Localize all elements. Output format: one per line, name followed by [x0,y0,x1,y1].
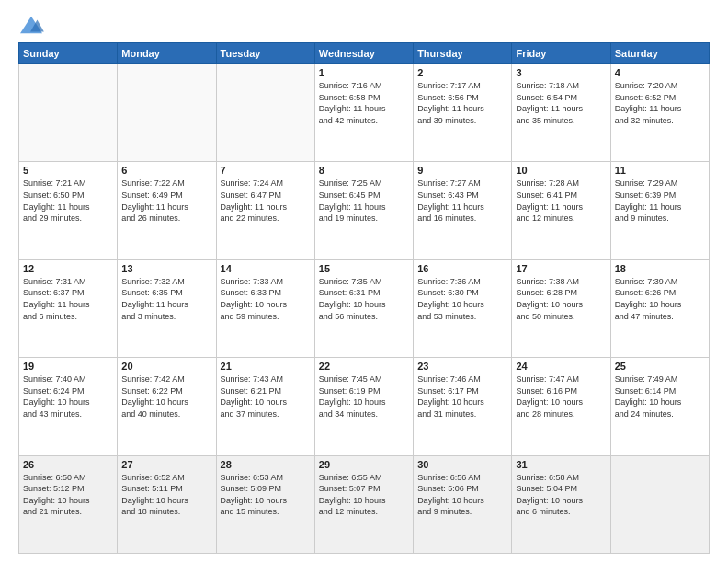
calendar-cell: 6Sunrise: 7:22 AM Sunset: 6:49 PM Daylig… [118,162,216,259]
calendar-cell: 27Sunrise: 6:52 AM Sunset: 5:11 PM Dayli… [118,455,216,553]
day-info: Sunrise: 6:50 AM Sunset: 5:12 PM Dayligh… [23,472,113,518]
day-info: Sunrise: 7:16 AM Sunset: 6:58 PM Dayligh… [319,80,409,126]
calendar-cell: 11Sunrise: 7:29 AM Sunset: 6:39 PM Dayli… [610,162,709,259]
day-number: 14 [221,263,311,274]
day-number: 20 [121,361,211,372]
calendar-cell: 1Sunrise: 7:16 AM Sunset: 6:58 PM Daylig… [314,64,413,162]
day-number: 13 [121,263,211,274]
day-number: 2 [417,67,507,78]
day-info: Sunrise: 7:36 AM Sunset: 6:30 PM Dayligh… [417,276,507,322]
day-info: Sunrise: 7:31 AM Sunset: 6:37 PM Dayligh… [23,276,113,322]
calendar-cell: 16Sunrise: 7:36 AM Sunset: 6:30 PM Dayli… [414,259,512,357]
day-info: Sunrise: 7:22 AM Sunset: 6:49 PM Dayligh… [121,178,211,224]
calendar-cell: 20Sunrise: 7:42 AM Sunset: 6:22 PM Dayli… [118,358,216,455]
day-number: 3 [516,67,606,78]
calendar-cell: 18Sunrise: 7:39 AM Sunset: 6:26 PM Dayli… [610,259,709,357]
day-info: Sunrise: 7:42 AM Sunset: 6:22 PM Dayligh… [121,373,211,419]
calendar-cell: 26Sunrise: 6:50 AM Sunset: 5:12 PM Dayli… [19,455,118,553]
day-info: Sunrise: 7:43 AM Sunset: 6:21 PM Dayligh… [221,373,311,419]
calendar-cell: 2Sunrise: 7:17 AM Sunset: 6:56 PM Daylig… [414,64,512,162]
calendar-cell [118,64,216,162]
day-info: Sunrise: 7:33 AM Sunset: 6:33 PM Dayligh… [221,276,311,322]
day-info: Sunrise: 7:46 AM Sunset: 6:17 PM Dayligh… [417,373,507,419]
day-number: 12 [23,263,113,274]
day-info: Sunrise: 7:47 AM Sunset: 6:16 PM Dayligh… [516,373,606,419]
calendar-table: SundayMondayTuesdayWednesdayThursdayFrid… [18,42,710,554]
day-number: 1 [319,67,409,78]
col-header-monday: Monday [118,43,216,64]
day-info: Sunrise: 7:21 AM Sunset: 6:50 PM Dayligh… [23,178,113,224]
day-info: Sunrise: 7:49 AM Sunset: 6:14 PM Dayligh… [615,373,705,419]
day-info: Sunrise: 6:56 AM Sunset: 5:06 PM Dayligh… [417,472,507,518]
day-number: 25 [615,361,705,372]
calendar-header-row: SundayMondayTuesdayWednesdayThursdayFrid… [19,43,710,64]
day-info: Sunrise: 6:55 AM Sunset: 5:07 PM Dayligh… [319,472,409,518]
calendar-cell: 30Sunrise: 6:56 AM Sunset: 5:06 PM Dayli… [414,455,512,553]
day-number: 26 [23,459,113,470]
day-number: 15 [319,263,409,274]
logo-icon [18,15,44,37]
day-info: Sunrise: 7:38 AM Sunset: 6:28 PM Dayligh… [516,276,606,322]
day-number: 29 [319,459,409,470]
day-info: Sunrise: 7:24 AM Sunset: 6:47 PM Dayligh… [221,178,311,224]
calendar-cell: 19Sunrise: 7:40 AM Sunset: 6:24 PM Dayli… [19,358,118,455]
calendar-cell [19,64,118,162]
calendar-cell: 24Sunrise: 7:47 AM Sunset: 6:16 PM Dayli… [512,358,610,455]
day-number: 9 [417,165,507,176]
day-number: 11 [615,165,705,176]
calendar-cell: 23Sunrise: 7:46 AM Sunset: 6:17 PM Dayli… [414,358,512,455]
day-info: Sunrise: 6:53 AM Sunset: 5:09 PM Dayligh… [221,472,311,518]
calendar-cell [610,455,709,553]
col-header-thursday: Thursday [414,43,512,64]
calendar-cell: 31Sunrise: 6:58 AM Sunset: 5:04 PM Dayli… [512,455,610,553]
calendar-cell: 21Sunrise: 7:43 AM Sunset: 6:21 PM Dayli… [216,358,314,455]
calendar-cell: 22Sunrise: 7:45 AM Sunset: 6:19 PM Dayli… [314,358,413,455]
day-number: 24 [516,361,606,372]
calendar-cell: 25Sunrise: 7:49 AM Sunset: 6:14 PM Dayli… [610,358,709,455]
col-header-tuesday: Tuesday [216,43,314,64]
day-info: Sunrise: 7:45 AM Sunset: 6:19 PM Dayligh… [319,373,409,419]
day-info: Sunrise: 6:58 AM Sunset: 5:04 PM Dayligh… [516,472,606,518]
calendar-cell: 3Sunrise: 7:18 AM Sunset: 6:54 PM Daylig… [512,64,610,162]
day-info: Sunrise: 7:28 AM Sunset: 6:41 PM Dayligh… [516,178,606,224]
day-number: 27 [121,459,211,470]
day-number: 30 [417,459,507,470]
calendar-week-row: 12Sunrise: 7:31 AM Sunset: 6:37 PM Dayli… [19,259,710,357]
calendar-cell: 5Sunrise: 7:21 AM Sunset: 6:50 PM Daylig… [19,162,118,259]
day-info: Sunrise: 7:27 AM Sunset: 6:43 PM Dayligh… [417,178,507,224]
day-number: 4 [615,67,705,78]
day-number: 5 [23,165,113,176]
day-number: 18 [615,263,705,274]
calendar-week-row: 19Sunrise: 7:40 AM Sunset: 6:24 PM Dayli… [19,358,710,455]
calendar-cell: 15Sunrise: 7:35 AM Sunset: 6:31 PM Dayli… [314,259,413,357]
calendar-cell [216,64,314,162]
day-info: Sunrise: 7:32 AM Sunset: 6:35 PM Dayligh… [121,276,211,322]
day-number: 10 [516,165,606,176]
day-number: 22 [319,361,409,372]
calendar-week-row: 26Sunrise: 6:50 AM Sunset: 5:12 PM Dayli… [19,455,710,553]
day-info: Sunrise: 7:25 AM Sunset: 6:45 PM Dayligh… [319,178,409,224]
calendar-cell: 13Sunrise: 7:32 AM Sunset: 6:35 PM Dayli… [118,259,216,357]
calendar-cell: 29Sunrise: 6:55 AM Sunset: 5:07 PM Dayli… [314,455,413,553]
day-info: Sunrise: 6:52 AM Sunset: 5:11 PM Dayligh… [121,472,211,518]
day-number: 23 [417,361,507,372]
calendar-cell: 7Sunrise: 7:24 AM Sunset: 6:47 PM Daylig… [216,162,314,259]
col-header-sunday: Sunday [19,43,118,64]
logo [18,15,48,37]
calendar-week-row: 1Sunrise: 7:16 AM Sunset: 6:58 PM Daylig… [19,64,710,162]
day-info: Sunrise: 7:17 AM Sunset: 6:56 PM Dayligh… [417,80,507,126]
calendar-cell: 14Sunrise: 7:33 AM Sunset: 6:33 PM Dayli… [216,259,314,357]
day-number: 19 [23,361,113,372]
calendar-cell: 4Sunrise: 7:20 AM Sunset: 6:52 PM Daylig… [610,64,709,162]
day-info: Sunrise: 7:35 AM Sunset: 6:31 PM Dayligh… [319,276,409,322]
day-number: 31 [516,459,606,470]
calendar-cell: 9Sunrise: 7:27 AM Sunset: 6:43 PM Daylig… [414,162,512,259]
day-info: Sunrise: 7:29 AM Sunset: 6:39 PM Dayligh… [615,178,705,224]
day-number: 6 [121,165,211,176]
day-info: Sunrise: 7:40 AM Sunset: 6:24 PM Dayligh… [23,373,113,419]
header [18,15,710,37]
calendar-week-row: 5Sunrise: 7:21 AM Sunset: 6:50 PM Daylig… [19,162,710,259]
page: SundayMondayTuesdayWednesdayThursdayFrid… [0,0,728,563]
calendar-cell: 28Sunrise: 6:53 AM Sunset: 5:09 PM Dayli… [216,455,314,553]
day-info: Sunrise: 7:39 AM Sunset: 6:26 PM Dayligh… [615,276,705,322]
